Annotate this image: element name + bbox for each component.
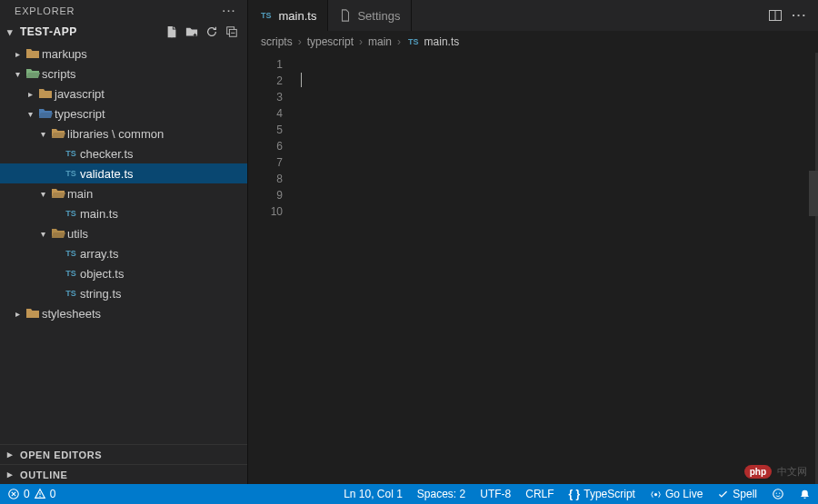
chevron-down-icon: ▾ <box>36 129 49 139</box>
tree-label: libraries \ common <box>67 127 164 141</box>
ts-icon: TS <box>406 37 421 46</box>
tree-label: array.ts <box>80 247 118 261</box>
outline-label: OUTLINE <box>20 469 67 480</box>
ts-icon: TS <box>64 289 78 298</box>
chevron-right-icon: › <box>298 35 302 48</box>
tree-file[interactable]: TSarray.ts <box>0 243 247 263</box>
feedback-icon <box>772 488 784 500</box>
status-spell[interactable]: Spell <box>710 484 764 504</box>
scrollbar-thumb[interactable] <box>809 171 818 216</box>
status-go-live[interactable]: Go Live <box>643 484 710 504</box>
tree-file[interactable]: TSstring.ts <box>0 283 247 303</box>
project-name: TEST-APP <box>20 25 77 38</box>
ts-icon: TS <box>64 149 78 158</box>
status-language[interactable]: { }TypeScript <box>562 484 643 504</box>
warning-icon <box>34 488 46 500</box>
status-warning-count: 0 <box>50 488 56 500</box>
code-editor[interactable]: 12345678910 <box>248 53 818 484</box>
status-eol[interactable]: CRLF <box>518 484 561 504</box>
status-eol-label: CRLF <box>525 488 554 500</box>
breadcrumb-file-label: main.ts <box>424 35 460 48</box>
line-number: 2 <box>248 73 283 89</box>
status-golive-label: Go Live <box>665 488 703 500</box>
chevron-right-icon: › <box>359 35 363 48</box>
refresh-icon[interactable] <box>204 24 220 40</box>
status-bar: 0 0 Ln 10, Col 1 Spaces: 2 UTF-8 CRLF { … <box>0 484 818 504</box>
folder-icon <box>24 66 42 81</box>
status-notifications[interactable] <box>792 484 818 504</box>
chevron-down-icon: ▾ <box>4 26 16 38</box>
tree-file[interactable]: TSobject.ts <box>0 263 247 283</box>
breadcrumb-part[interactable]: typescript <box>307 35 354 48</box>
file-icon: TS <box>62 249 80 258</box>
line-number: 3 <box>248 89 283 105</box>
chevron-right-icon: ▸ <box>24 89 36 99</box>
open-editors-section[interactable]: ▸ OPEN EDITORS <box>0 444 247 464</box>
folder-icon <box>24 306 42 321</box>
line-number: 9 <box>248 187 283 203</box>
tree-label: scripts <box>42 67 76 81</box>
new-file-icon[interactable] <box>164 24 180 40</box>
status-feedback[interactable] <box>764 484 792 504</box>
chevron-right-icon: ▸ <box>11 309 24 319</box>
tree-folder[interactable]: ▸javascript <box>0 84 247 104</box>
breadcrumb-part[interactable]: main <box>368 35 392 48</box>
editor-tab[interactable]: Settings <box>328 0 412 31</box>
breadcrumb-part[interactable]: scripts <box>261 35 293 48</box>
code-content[interactable] <box>294 53 818 484</box>
file-icon: TS <box>62 149 80 158</box>
ts-icon: TS <box>64 169 78 178</box>
status-encoding[interactable]: UTF-8 <box>473 484 518 504</box>
editor-tabs: TSmain.tsSettings ··· <box>248 0 818 31</box>
tree-folder[interactable]: ▾utils <box>0 223 247 243</box>
text-cursor <box>301 73 302 87</box>
chevron-down-icon: ▾ <box>11 69 24 79</box>
line-number: 10 <box>248 203 283 220</box>
breadcrumbs[interactable]: scripts › typescript › main › TS main.ts <box>248 31 818 53</box>
chevron-right-icon: ▸ <box>4 449 16 460</box>
breadcrumb-file[interactable]: TS main.ts <box>406 35 459 48</box>
explorer-sidebar: EXPLORER ··· ▾ TEST-APP <box>0 0 248 484</box>
editor-more-icon[interactable]: ··· <box>792 8 807 23</box>
chevron-down-icon: ▾ <box>36 229 49 239</box>
tree-folder[interactable]: ▾typescript <box>0 104 247 124</box>
line-gutter: 12345678910 <box>248 53 294 484</box>
project-header[interactable]: ▾ TEST-APP <box>0 22 247 42</box>
status-spaces[interactable]: Spaces: 2 <box>410 484 473 504</box>
tree-label: javascript <box>55 87 105 101</box>
tree-folder[interactable]: ▾libraries \ common <box>0 124 247 143</box>
status-language-label: TypeScript <box>584 488 635 500</box>
tree-folder[interactable]: ▾main <box>0 183 247 203</box>
broadcast-icon <box>650 489 662 500</box>
chevron-right-icon: ▸ <box>4 469 16 480</box>
tree-label: typescript <box>55 107 105 121</box>
editor-tab[interactable]: TSmain.ts <box>248 0 328 31</box>
folder-icon <box>49 226 67 241</box>
outline-section[interactable]: ▸ OUTLINE <box>0 464 247 484</box>
ts-icon: TS <box>64 269 78 278</box>
tab-label: main.ts <box>279 9 317 23</box>
tree-label: utils <box>67 227 88 241</box>
tree-file[interactable]: TSmain.ts <box>0 203 247 223</box>
ts-icon: TS <box>259 11 274 20</box>
chevron-down-icon: ▾ <box>36 189 49 199</box>
status-problems[interactable]: 0 0 <box>0 484 63 504</box>
tree-file[interactable]: TSvalidate.ts <box>0 163 247 183</box>
svg-point-10 <box>779 492 780 493</box>
tree-folder[interactable]: ▾scripts <box>0 64 247 84</box>
tree-label: stylesheets <box>42 307 101 321</box>
explorer-more-icon[interactable]: ··· <box>223 5 236 16</box>
status-ln-col[interactable]: Ln 10, Col 1 <box>336 484 410 504</box>
tree-folder[interactable]: ▸stylesheets <box>0 303 247 323</box>
tree-label: object.ts <box>80 267 124 281</box>
split-editor-icon[interactable] <box>768 8 783 23</box>
tree-file[interactable]: TSchecker.ts <box>0 143 247 163</box>
file-icon: TS <box>62 269 80 278</box>
tree-folder[interactable]: ▸markups <box>0 44 247 64</box>
new-folder-icon[interactable] <box>184 24 200 40</box>
chevron-right-icon: › <box>397 35 401 48</box>
status-error-count: 0 <box>24 488 30 500</box>
collapse-all-icon[interactable] <box>224 24 240 40</box>
svg-point-7 <box>654 492 657 495</box>
watermark: php 中文网 <box>744 465 807 479</box>
